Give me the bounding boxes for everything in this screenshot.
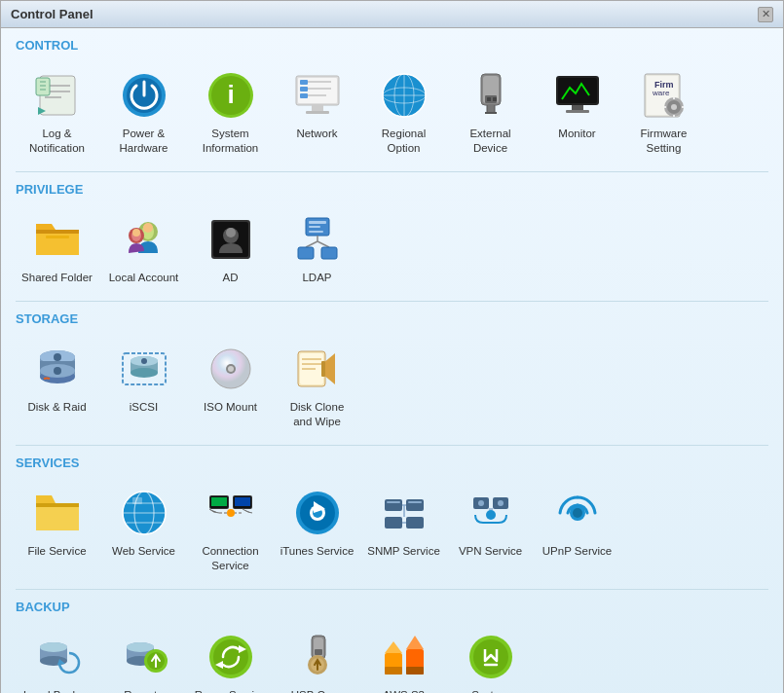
item-ldap[interactable]: LDAP <box>276 206 358 293</box>
item-local-account[interactable]: Local Account <box>102 206 185 293</box>
label-external-device: External Device <box>453 127 528 156</box>
window-title: Control Panel <box>11 7 93 21</box>
item-usb-copy[interactable]: USB Copy <box>276 624 358 693</box>
svg-point-120 <box>486 510 496 520</box>
item-network[interactable]: Network <box>276 62 358 164</box>
label-vpn-service: VPN Service <box>459 544 522 559</box>
item-shared-folder[interactable]: Shared Folder <box>16 206 98 293</box>
svg-rect-102 <box>235 497 250 506</box>
label-firmware-setting: Firmware Setting <box>626 127 701 156</box>
item-monitor[interactable]: Monitor <box>536 62 618 164</box>
label-shared-folder: Shared Folder <box>21 271 93 285</box>
icon-snmp-service <box>379 488 429 538</box>
svg-point-73 <box>54 367 61 375</box>
item-ad[interactable]: AD <box>189 206 272 293</box>
item-file-service[interactable]: File Service <box>16 480 98 581</box>
item-log-notification[interactable]: Log & Notification <box>16 62 98 164</box>
label-disk-clone-wipe: Disk Clone and Wipe <box>280 400 355 429</box>
svg-marker-148 <box>406 636 424 649</box>
svg-point-50 <box>143 223 153 233</box>
svg-rect-116 <box>387 501 400 503</box>
svg-rect-14 <box>300 87 308 91</box>
svg-rect-13 <box>300 80 308 85</box>
item-system-failover[interactable]: System Failover <box>449 624 532 693</box>
svg-point-104 <box>227 509 235 517</box>
section-items-storage: Disk & Raid iSCSI ISO Mount <box>16 336 768 446</box>
item-firmware-setting[interactable]: Firm ware Firmware Setting <box>622 62 705 164</box>
svg-rect-15 <box>300 93 308 98</box>
svg-point-83 <box>228 366 234 372</box>
icon-system-information: i <box>205 70 256 121</box>
item-web-service[interactable]: Web Service <box>102 480 185 581</box>
svg-rect-117 <box>408 501 422 503</box>
icon-external-device <box>466 70 516 121</box>
item-iscsi[interactable]: iSCSI <box>102 336 185 437</box>
item-disk-raid[interactable]: Disk & Raid <box>16 336 98 437</box>
label-log-notification: Log & Notification <box>19 127 94 156</box>
label-itunes-service: iTunes Service <box>280 544 355 559</box>
svg-rect-109 <box>385 499 402 511</box>
item-vpn-service[interactable]: VPN Service <box>449 480 532 581</box>
svg-rect-150 <box>406 667 424 675</box>
item-disk-clone-wipe[interactable]: Disk Clone and Wipe <box>276 336 358 437</box>
item-external-device[interactable]: External Device <box>449 62 532 164</box>
svg-point-124 <box>573 508 582 518</box>
svg-point-127 <box>40 656 67 666</box>
label-remote-backup: Remote Backup <box>106 688 181 693</box>
svg-point-53 <box>132 229 140 237</box>
icon-disk-clone-wipe <box>292 344 343 394</box>
label-local-backup: Local Backup <box>23 688 91 693</box>
icon-connection-service <box>205 488 256 538</box>
item-rsync-service[interactable]: Rsync Service <box>189 624 272 693</box>
section-title-services: SERVICES <box>16 456 768 472</box>
svg-point-152 <box>473 639 508 675</box>
icon-disk-raid <box>32 344 83 394</box>
svg-rect-31 <box>493 97 497 101</box>
item-aws-s3[interactable]: AWS S3 <box>362 624 445 693</box>
item-iso-mount[interactable]: ISO Mount <box>189 336 272 437</box>
titlebar: Control Panel ✕ <box>1 1 783 28</box>
svg-rect-66 <box>321 247 337 259</box>
icon-firmware-setting: Firm ware <box>639 70 690 121</box>
icon-ldap <box>292 214 343 265</box>
label-ad: AD <box>223 271 239 285</box>
item-snmp-service[interactable]: SNMP Service <box>362 480 445 581</box>
svg-rect-35 <box>566 110 589 113</box>
svg-rect-111 <box>385 517 402 529</box>
icon-shared-folder <box>32 214 83 265</box>
section-title-backup: BACKUP <box>16 600 768 616</box>
item-connection-service[interactable]: Connection Service <box>189 480 272 581</box>
svg-rect-65 <box>298 247 314 259</box>
item-regional-option[interactable]: Regional Option <box>362 62 445 164</box>
icon-remote-backup <box>119 632 169 682</box>
label-regional-option: Regional Option <box>366 127 441 156</box>
svg-text:i: i <box>227 80 234 109</box>
item-itunes-service[interactable]: iTunes Service <box>276 480 358 581</box>
icon-ad <box>205 214 256 265</box>
section-items-control: Log & Notification Power & Hardware i Sy… <box>16 62 768 172</box>
section-privilege: PRIVILEGE Shared Folder Local Account AD <box>16 182 768 302</box>
section-title-control: CONTROL <box>16 38 768 55</box>
section-title-storage: STORAGE <box>16 311 768 328</box>
item-local-backup[interactable]: Local Backup <box>16 624 98 693</box>
item-power-hardware[interactable]: Power & Hardware <box>102 62 185 164</box>
icon-local-backup <box>32 632 83 682</box>
item-remote-backup[interactable]: Remote Backup <box>102 624 185 693</box>
icon-log-notification <box>32 70 83 121</box>
section-services: SERVICES File Service Web Service Connec… <box>16 456 768 590</box>
item-upnp-service[interactable]: UPnP Service <box>536 480 618 581</box>
label-monitor: Monitor <box>558 127 595 141</box>
icon-monitor <box>552 70 603 121</box>
item-system-information[interactable]: i System Information <box>189 62 272 164</box>
close-button[interactable]: ✕ <box>758 7 773 22</box>
svg-point-71 <box>54 353 61 361</box>
svg-rect-47 <box>46 236 69 238</box>
icon-rsync-service <box>205 632 256 682</box>
icon-system-failover <box>466 632 516 682</box>
section-items-backup: Local Backup Remote Backup Rsync Service… <box>16 624 768 693</box>
svg-rect-99 <box>211 497 227 506</box>
section-items-services: File Service Web Service Connection Serv… <box>16 480 768 590</box>
label-iso-mount: ISO Mount <box>204 400 257 415</box>
icon-itunes-service <box>292 488 343 538</box>
svg-line-64 <box>317 241 329 247</box>
